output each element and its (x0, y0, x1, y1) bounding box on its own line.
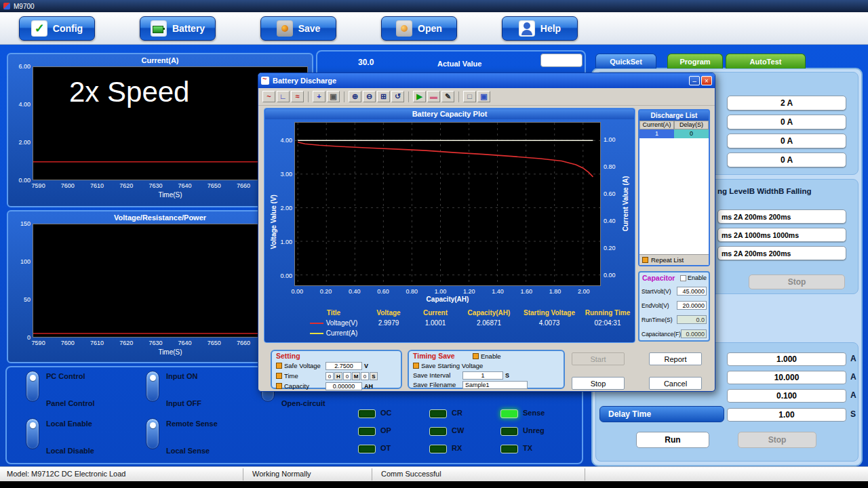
program-list-item[interactable]: ms 2A 1000ms 1000ms (717, 228, 846, 242)
stop-button-mid[interactable]: Stop (749, 274, 845, 289)
tick-label: 0.00 (18, 177, 31, 184)
time-value-box[interactable]: 0 (361, 372, 369, 380)
save-filename-field[interactable]: Sample1 (462, 381, 528, 389)
rocker-switch[interactable] (146, 418, 159, 449)
setting-group: Setting Safe Voltage 2.7500 V Time 0H0M0… (271, 350, 402, 389)
time-value-box[interactable]: 0 (326, 372, 334, 380)
save-starting-voltage-checkbox[interactable] (413, 363, 419, 369)
stop-button[interactable]: Stop (572, 377, 625, 390)
tick-label: 0.60 (604, 190, 616, 197)
series-swatch (310, 333, 323, 334)
capacitor-row: Capacitance(F)0.0000 (642, 327, 707, 341)
led-oc-indicator (358, 409, 376, 418)
minimize-icon[interactable] (689, 76, 700, 85)
pan-icon[interactable]: + (313, 91, 326, 102)
capacitor-row: RunTime(S)0.0 (642, 312, 707, 327)
new-file-icon-glyph: □ (467, 93, 472, 100)
zoom-reset-icon[interactable]: ↺ (391, 91, 404, 102)
new-file-icon[interactable]: □ (463, 91, 476, 102)
quick-value-button[interactable]: 0 A (727, 134, 846, 148)
run-button[interactable]: Run (636, 432, 709, 448)
discharge-row[interactable]: 10 (639, 129, 709, 138)
tick-label: 7640 (178, 340, 192, 346)
capacitor-field[interactable]: 20.0000 (677, 301, 707, 310)
safe-voltage-checkbox[interactable] (276, 363, 282, 369)
tick-label: 7600 (61, 340, 75, 346)
zoom-out-icon-glyph: ⊖ (366, 93, 372, 100)
battery-button[interactable]: Battery (140, 16, 216, 41)
quick-value-button[interactable]: 2 A (727, 96, 846, 110)
discharge-cell: 0 (674, 129, 709, 138)
save-interval-field[interactable]: 1 (462, 371, 503, 380)
rocker-switch[interactable] (146, 371, 159, 402)
tab-autotest[interactable]: AutoTest (726, 54, 806, 68)
quick-value-button[interactable]: 0 A (727, 152, 846, 167)
save-button[interactable]: Save (260, 16, 336, 41)
legend-series-voltage: Voltage(V) (301, 319, 366, 327)
help-button[interactable]: Help (502, 16, 578, 41)
zoom-window-icon-glyph: ⊞ (380, 93, 387, 100)
edit-icon[interactable]: ✎ (441, 91, 454, 102)
rocker-switch[interactable] (26, 418, 39, 449)
zoom-out-icon[interactable]: ⊖ (363, 91, 376, 102)
value-field[interactable]: 10.000 (727, 371, 846, 384)
config-button[interactable]: Config (19, 16, 95, 41)
capacitor-field[interactable]: 45.0000 (677, 287, 707, 296)
edit-icon-glyph: ✎ (445, 93, 451, 100)
capacity-field[interactable]: 0.00000 (326, 382, 362, 390)
capacitor-fields: StartVolt(V)45.0000EndVolt(V)20.0000RunT… (642, 284, 707, 341)
tick-label: 7640 (178, 182, 192, 189)
play-icon[interactable]: ▶ (413, 91, 426, 102)
time-checkbox[interactable] (276, 373, 282, 379)
rocker-switch[interactable] (26, 371, 39, 402)
legend-value: 2.06871 (460, 319, 518, 327)
discharge-list-body[interactable]: 10 (639, 129, 709, 254)
tick-label: 0.20 (320, 288, 332, 295)
report-button[interactable]: Report (649, 352, 702, 365)
switch-label: Input OFF (166, 399, 201, 407)
program-list-item[interactable]: ms 2A 200ms 200ms (717, 246, 846, 260)
dialog-titlebar[interactable]: Battery Discharge (258, 73, 715, 88)
stop-button-bottom[interactable]: Stop (738, 432, 816, 448)
open-button[interactable]: Open (381, 16, 457, 41)
capacitor-field-label: Capacitance(F) (642, 331, 681, 338)
toolbar-separator (408, 92, 409, 102)
zoom-window-icon[interactable]: ⊞ (377, 91, 390, 102)
cancel-button[interactable]: Cancel (649, 377, 702, 390)
toolbar-button-label: Save (298, 23, 321, 34)
switch-knob (150, 422, 156, 428)
legend-header: Title (301, 309, 366, 317)
tick-label: 0.00 (604, 272, 616, 279)
quick-value-button[interactable]: 0 A (727, 115, 846, 129)
wave-icon[interactable]: ≈ (291, 91, 304, 102)
start-button[interactable]: Start (572, 352, 625, 365)
zoom-select-icon[interactable]: ▣ (327, 91, 340, 102)
capacity-checkbox[interactable] (276, 383, 282, 389)
close-icon[interactable] (701, 76, 712, 85)
value-field[interactable]: 1.000 (727, 352, 846, 366)
time-value-box[interactable]: 0 (343, 372, 351, 380)
tick-label: 1.20 (463, 288, 475, 295)
capacitor-enable-checkbox[interactable] (680, 275, 686, 281)
unit-label: A (850, 372, 856, 382)
curve-icon[interactable]: ~ (262, 91, 275, 102)
window-titlebar[interactable]: M9700 (0, 0, 868, 12)
wave-icon-glyph: ≈ (295, 93, 299, 100)
repeat-list-checkbox[interactable] (642, 257, 648, 263)
legend-value: 4.0073 (518, 319, 580, 327)
axes-icon[interactable]: ∟ (277, 91, 290, 102)
save-file-icon[interactable]: ▣ (477, 91, 490, 102)
value-field[interactable]: 0.100 (727, 389, 846, 403)
timing-enable-checkbox[interactable] (473, 353, 479, 359)
tab-quickset[interactable]: QuickSet (595, 54, 656, 68)
erase-icon[interactable]: ▬ (427, 91, 440, 102)
zoom-in-icon[interactable]: ⊕ (349, 91, 361, 102)
safe-voltage-field[interactable]: 2.7500 (326, 362, 362, 370)
value-field[interactable]: 1.00 (727, 408, 846, 422)
discharge-list-title: Discharge List (639, 110, 709, 121)
tick-label: 2.00 (18, 139, 31, 146)
tab-program[interactable]: Program (667, 54, 723, 68)
time-unit-label: H (334, 372, 342, 380)
program-list-item[interactable]: ms 2A 200ms 200ms (717, 209, 846, 224)
capacity-unit: AH (364, 383, 373, 390)
